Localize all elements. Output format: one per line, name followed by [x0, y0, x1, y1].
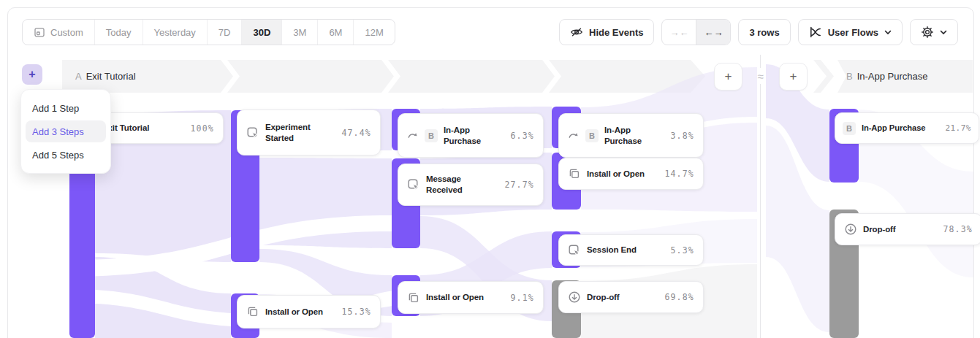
gear-icon — [921, 26, 934, 39]
chevron-down-icon — [884, 30, 892, 35]
date-range-12m[interactable]: 12M — [353, 20, 394, 45]
date-range-6m[interactable]: 6M — [317, 20, 353, 45]
node-in-app-purchase-b[interactable]: B In-App Purchase 21.7% — [835, 112, 979, 144]
node-install-or-open-step2[interactable]: Install or Open 15.3% — [237, 295, 381, 329]
expand-columns-button[interactable]: ←→ — [696, 20, 730, 45]
node-in-app-purchase-step4[interactable]: B In-App Purchase 3.8% — [558, 113, 704, 158]
settings-dropdown[interactable] — [910, 19, 958, 45]
flow-b-badge: B — [585, 129, 599, 142]
click-icon — [246, 126, 259, 139]
redo-icon — [568, 130, 580, 142]
collapse-columns-button[interactable]: →← — [662, 20, 696, 45]
click-icon — [568, 244, 581, 257]
redo-icon — [407, 130, 419, 142]
menu-item-add-3-steps[interactable]: Add 3 Steps — [26, 120, 106, 142]
calendar-icon — [34, 26, 45, 38]
flow-a-name: Exit Tutorial — [86, 71, 136, 82]
panel-divider — [760, 55, 761, 338]
node-session-end[interactable]: Session End 5.3% — [558, 234, 704, 266]
date-range-control: Custom Today Yesterday 7D 30D 3M 6M 12M — [22, 19, 395, 45]
date-range-yesterday[interactable]: Yesterday — [143, 20, 207, 45]
flow-a-step-band[interactable] — [62, 60, 705, 93]
chevron-down-icon — [940, 30, 947, 35]
user-flows-icon — [809, 26, 822, 39]
node-drop-off-a[interactable]: Drop-off 69.8% — [558, 281, 704, 313]
plus-icon: + — [29, 68, 35, 81]
add-step-button-a[interactable]: + — [22, 64, 42, 85]
plus-icon: + — [790, 69, 797, 84]
drop-off-icon — [568, 291, 581, 304]
flow-b-badge: B — [425, 129, 438, 142]
spacing-toggle: →← ←→ — [661, 19, 731, 45]
hide-events-button[interactable]: Hide Events — [559, 19, 654, 45]
copy-icon — [407, 291, 420, 304]
flow-b-header: B In-App Purchase — [846, 60, 928, 93]
node-install-or-open-step4[interactable]: Install or Open 14.7% — [558, 158, 704, 190]
add-step-button-b-start[interactable]: + — [779, 63, 808, 91]
add-step-menu: Add 1 Step Add 3 Steps Add 5 Steps — [20, 89, 111, 174]
flow-b-name: In-App Purchase — [857, 71, 928, 82]
drop-off-icon — [844, 223, 857, 236]
date-range-7d[interactable]: 7D — [207, 20, 242, 45]
date-range-today[interactable]: Today — [94, 20, 143, 45]
flow-a-letter: A — [75, 71, 82, 82]
node-drop-off-b[interactable]: Drop-off 78.3% — [835, 213, 980, 245]
node-in-app-purchase-step3[interactable]: B In-App Purchase 6.3% — [398, 113, 544, 158]
flow-b-letter: B — [846, 71, 853, 82]
copy-icon — [246, 305, 259, 318]
add-step-button-a-end[interactable]: + — [714, 63, 742, 91]
plus-icon: + — [725, 69, 732, 84]
date-range-3m[interactable]: 3M — [281, 20, 317, 45]
node-exit-tutorial[interactable]: Exit Tutorial 100% — [93, 112, 224, 144]
date-range-label: Custom — [50, 27, 83, 38]
node-install-or-open-step3[interactable]: Install or Open 9.1% — [398, 281, 544, 314]
chart-type-dropdown[interactable]: User Flows — [798, 19, 903, 45]
menu-item-add-1-step[interactable]: Add 1 Step — [26, 97, 106, 119]
rows-button[interactable]: 3 rows — [738, 19, 790, 45]
approx-icon: ≈ — [752, 68, 769, 84]
node-experiment-started[interactable]: Experiment Started 47.4% — [237, 110, 381, 155]
right-toolbar: Hide Events →← ←→ 3 rows User Flows — [559, 19, 958, 45]
date-range-30d[interactable]: 30D — [241, 20, 281, 45]
node-message-received[interactable]: Message Received 27.7% — [398, 164, 544, 206]
flow-a-header: A Exit Tutorial — [75, 60, 136, 93]
copy-icon — [568, 167, 581, 180]
eye-off-icon — [570, 26, 583, 39]
flow-b-badge: B — [843, 122, 856, 135]
expand-icon: ←→ — [704, 27, 723, 38]
click-icon — [407, 178, 420, 191]
menu-item-add-5-steps[interactable]: Add 5 Steps — [26, 144, 106, 166]
date-range-custom[interactable]: Custom — [23, 20, 94, 45]
collapse-icon: →← — [669, 27, 688, 38]
